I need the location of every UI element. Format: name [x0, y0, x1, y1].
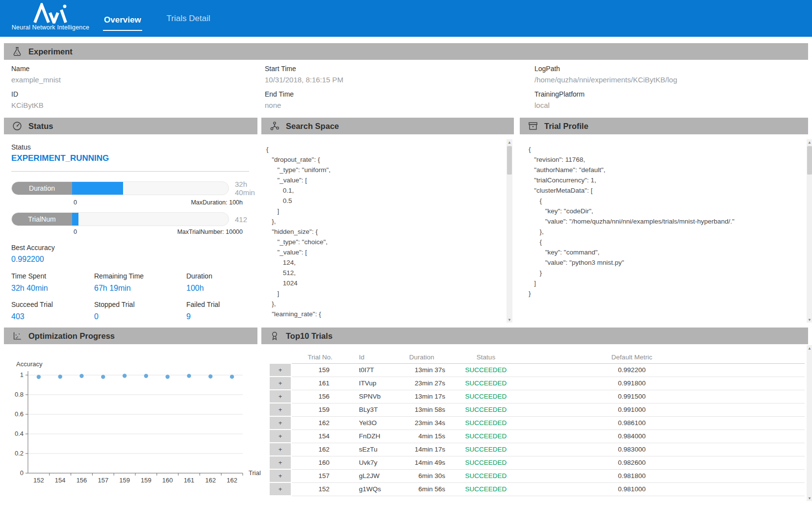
divider — [11, 171, 249, 172]
scroll-down-arrow[interactable]: ▼ — [807, 495, 812, 501]
y-tick-label: 0.2 — [15, 450, 24, 457]
trial-row: + 152 g1WQs 6min 56s SUCCEEDED 0.981000 — [269, 482, 805, 496]
chart-point — [58, 375, 62, 379]
field-value: local — [534, 101, 677, 109]
expand-row-button[interactable]: + — [269, 403, 291, 416]
trial-profile-scrollbar[interactable]: ▲ ▼ — [807, 139, 812, 323]
trialnum-progress-row: TrialNum 412 — [11, 212, 249, 226]
x-tick-label: 160 — [162, 477, 173, 484]
search-space-scrollbar[interactable]: ▲ ▼ — [507, 139, 512, 323]
x-axis-title: Trial — [249, 469, 261, 477]
progress-track — [72, 213, 228, 226]
trial-duration-cell: 23min 34s — [394, 416, 449, 429]
trial-duration-cell: 4min 15s — [394, 429, 449, 443]
stat-value: 403 — [11, 312, 94, 321]
expand-row-button[interactable]: + — [269, 456, 291, 469]
col-header-duration: Duration — [394, 351, 449, 363]
trial-metric-cell: 0.984000 — [523, 429, 741, 443]
trial-no-cell: 162 — [291, 416, 336, 429]
trial-id-cell: BLy3T — [336, 403, 394, 416]
optimization-section-header: Optimization Progress — [4, 328, 257, 344]
trial-metric-cell: 0.986100 — [523, 416, 741, 429]
trial-row: + 156 SPNVb 13min 17s SUCCEEDED 0.991500 — [269, 390, 805, 403]
expand-row-button[interactable]: + — [269, 429, 291, 443]
chart-point — [123, 374, 127, 378]
field-label: End Time — [265, 90, 343, 98]
trial-row: + 159 BLy3T 13min 58s SUCCEEDED 0.991000 — [269, 403, 805, 416]
stat-failed-trial: Failed Trial 9 — [186, 301, 249, 321]
y-tick-label: 0.8 — [15, 391, 24, 398]
trial-profile-json: { "revision": 11768, "authorName": "defa… — [529, 144, 803, 322]
archive-box-icon — [528, 121, 538, 131]
trial-duration-cell: 23min 27s — [394, 377, 449, 390]
experiment-status-value: EXPERIMENT_RUNNING — [11, 153, 249, 163]
top-trials-table: Trial No. Id Duration Status Default Met… — [269, 351, 805, 496]
scroll-down-arrow[interactable]: ▼ — [807, 317, 812, 323]
chart-point — [144, 374, 148, 378]
trial-id-cell: Yel3O — [336, 416, 394, 429]
trial-no-cell: 152 — [291, 482, 336, 496]
flask-icon — [12, 46, 23, 57]
trial-row: + 159 t0I7T 13min 37s SUCCEEDED 0.992200 — [269, 363, 805, 377]
trialnum-progress-bar: TrialNum — [11, 212, 229, 226]
section-title: Search Space — [286, 122, 339, 131]
nni-logo[interactable]: Neural Network Intelligence — [11, 3, 90, 34]
tab-trials-detail[interactable]: Trials Detail — [166, 11, 211, 26]
stat-label: Stopped Trial — [94, 301, 186, 308]
trial-metric-cell: 0.983000 — [523, 443, 741, 456]
search-space-section-header: Search Space — [261, 118, 514, 134]
chart-point — [230, 375, 234, 379]
expand-row-button[interactable]: + — [269, 390, 291, 403]
chart-point — [37, 375, 41, 379]
chart-point — [79, 374, 83, 378]
scrollbar-thumb[interactable] — [507, 146, 512, 175]
tab-overview[interactable]: Overview — [103, 12, 142, 31]
x-tick-label: 159 — [119, 477, 130, 484]
field-value: /home/quzha/nni/experiments/KCiBytKB/log — [534, 76, 677, 84]
top-navigation-bar: Neural Network Intelligence Overview Tri… — [0, 0, 812, 37]
stat-label: Succeed Trial — [11, 301, 94, 308]
trial-row: + 162 Yel3O 23min 34s SUCCEEDED 0.986100 — [269, 416, 805, 429]
optimization-chart: 00.20.40.60.8115215415615715915916016116… — [4, 343, 273, 505]
trial-row: + 162 sEzTu 14min 17s SUCCEEDED 0.983000 — [269, 443, 805, 456]
section-title: Trial Profile — [544, 122, 588, 131]
trial-id-cell: t0I7T — [336, 363, 394, 377]
expand-row-button[interactable]: + — [269, 469, 291, 482]
experiment-field: TrainingPlatform local — [534, 90, 677, 109]
x-tick-label: 157 — [98, 477, 108, 484]
chart-point — [208, 375, 212, 379]
scroll-down-arrow[interactable]: ▼ — [507, 317, 512, 323]
expand-row-button[interactable]: + — [269, 416, 291, 429]
expand-row-button[interactable]: + — [269, 443, 291, 456]
stat-succeed-trial: Succeed Trial 403 — [11, 301, 94, 321]
col-header-id: Id — [336, 351, 394, 363]
scroll-up-arrow[interactable]: ▲ — [807, 139, 812, 145]
y-axis-title: Accuracy — [16, 360, 43, 368]
field-value: 10/31/2018, 8:16:15 PM — [265, 76, 343, 84]
trialnum-progress-scale: 0 MaxTrialNumber: 10000 — [74, 228, 243, 235]
field-label: Name — [11, 65, 61, 73]
trial-metric-cell: 0.992200 — [523, 363, 741, 377]
x-tick-label: 156 — [76, 477, 87, 484]
y-tick-label: 0 — [20, 469, 24, 477]
trial-duration-cell: 6min 56s — [394, 482, 449, 496]
top-trials-scrollbar[interactable]: ▲ ▼ — [807, 345, 812, 501]
trial-no-cell: 159 — [291, 403, 336, 416]
expand-row-button[interactable]: + — [269, 482, 291, 496]
scroll-up-arrow[interactable]: ▲ — [807, 345, 812, 351]
top-trials-rows: + 159 t0I7T 13min 37s SUCCEEDED 0.992200… — [269, 363, 805, 496]
logo-title: Neural Network Intelligence — [11, 24, 90, 31]
col-header-status: Status — [449, 351, 523, 363]
experiment-field: Start Time 10/31/2018, 8:16:15 PM — [265, 65, 343, 84]
expand-row-button[interactable]: + — [269, 377, 291, 390]
trial-row: + 154 FnDZH 4min 15s SUCCEEDED 0.984000 — [269, 429, 805, 443]
field-value: none — [265, 101, 343, 109]
experiment-info-col1: Name example_mnist ID KCiBytKB — [11, 65, 61, 116]
progress-track — [72, 182, 228, 195]
stat-value: 0 — [94, 312, 186, 321]
scrollbar-thumb[interactable] — [807, 146, 812, 175]
expand-row-button[interactable]: + — [269, 363, 291, 377]
trial-no-cell: 159 — [291, 363, 336, 377]
field-label: ID — [11, 90, 61, 98]
scroll-up-arrow[interactable]: ▲ — [507, 139, 512, 145]
